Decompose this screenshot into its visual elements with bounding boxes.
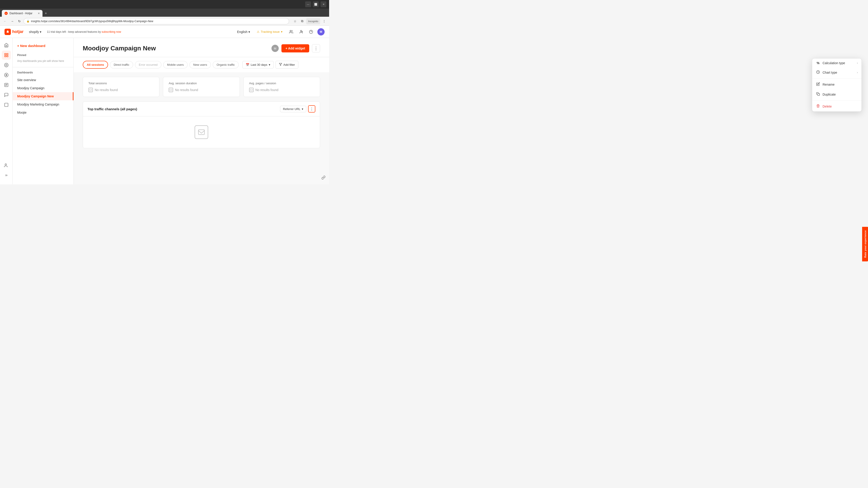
nav-more-button[interactable]: ⋮ — [321, 18, 327, 24]
svg-rect-17 — [250, 89, 252, 91]
total-sessions-label: Total sessions — [88, 82, 154, 85]
total-sessions-value: No results found — [88, 88, 154, 92]
traffic-more-button[interactable]: ⋮ — [308, 105, 315, 112]
add-user-button[interactable] — [298, 28, 305, 35]
active-tab[interactable]: h Dashboard - Hotjar ✕ — [2, 10, 42, 17]
help-button[interactable] — [307, 28, 315, 35]
link-icon[interactable] — [321, 175, 326, 181]
split-button[interactable]: ⧉ — [299, 18, 305, 24]
sidebar-collapse-button[interactable] — [2, 171, 11, 180]
add-filter-label: Add filter — [283, 63, 295, 66]
svg-marker-8 — [6, 74, 7, 76]
referrer-url-dropdown[interactable]: Referrer URL ▾ — [280, 106, 306, 112]
nav-action-buttons: ☆ ⧉ Incognito ⋮ — [292, 18, 327, 24]
sidebar-item-moojie[interactable]: Moojie — [13, 108, 73, 117]
date-filter-label: Last 30 days — [251, 63, 268, 66]
referrer-label: Referrer URL — [283, 107, 301, 111]
site-selector[interactable]: shopify ▾ — [27, 29, 43, 35]
avg-pages-label: Avg. pages / session — [249, 82, 314, 85]
navigation-bar: ← → ↻ 🔒 insights.hotjar.com/sites/381499… — [0, 17, 329, 26]
minimize-button[interactable]: — — [305, 1, 311, 7]
svg-marker-14 — [279, 63, 282, 66]
sidebar-panel: + New dashboard Pinned Any dashboards yo… — [13, 38, 74, 184]
forward-button[interactable]: → — [9, 18, 16, 24]
sidebar-item-moodjoy-campaign[interactable]: Moodjoy Campaign — [13, 84, 73, 92]
site-dropdown-icon: ▾ — [40, 30, 41, 34]
sidebar-feedback-button[interactable] — [2, 90, 11, 99]
trial-banner: 11 trial days left - keep advanced featu… — [47, 30, 231, 33]
lang-dropdown-icon: ▾ — [248, 30, 250, 34]
avg-pages-card: Avg. pages / session No results found — [243, 77, 320, 97]
avg-pages-value: No results found — [249, 88, 314, 92]
filter-tab-mobile-users[interactable]: Mobile users — [163, 61, 188, 68]
filter-tab-direct-traffic[interactable]: Direct traffic — [110, 61, 133, 68]
pinned-hint-text: Any dashboards you pin will show here — [13, 59, 73, 65]
add-widget-button[interactable]: + Add widget — [281, 44, 309, 53]
filter-tab-new-users[interactable]: New users — [189, 61, 211, 68]
svg-rect-3 — [6, 56, 8, 57]
new-tab-button[interactable]: + — [42, 10, 49, 17]
close-button[interactable]: ✕ — [320, 1, 327, 7]
new-dashboard-button[interactable]: + New dashboard — [13, 41, 73, 50]
traffic-title: Top traffic channels (all pages) — [88, 107, 137, 111]
sidebar-item-moodjoy-campaign-new[interactable]: Moodjoy Campaign New — [13, 92, 73, 100]
svg-rect-18 — [198, 130, 205, 134]
window-controls-bar: — ⬜ ✕ — [0, 0, 329, 8]
shared-user-avatar: M — [272, 45, 279, 52]
tab-favicon: h — [4, 12, 8, 15]
filter-tab-all-sessions[interactable]: All sessions — [83, 61, 108, 69]
sidebar-item-label: Moodjoy Marketing Campaign — [17, 103, 59, 106]
language-selector[interactable]: English ▾ — [235, 29, 252, 35]
bookmark-button[interactable]: ☆ — [292, 18, 298, 24]
calendar-icon: 📅 — [246, 63, 249, 66]
sidebar-recordings-button[interactable] — [2, 70, 11, 79]
subscribe-link[interactable]: subscribing now — [102, 30, 121, 33]
svg-rect-4 — [4, 56, 6, 57]
sidebar-integrations-button[interactable] — [2, 100, 11, 109]
dashboards-section-title: Dashboards — [13, 69, 73, 76]
sidebar-item-moodjoy-marketing[interactable]: Moodjoy Marketing Campaign — [13, 100, 73, 108]
total-sessions-no-results: No results found — [95, 88, 118, 92]
hotjar-logo[interactable]: hotjar — [4, 29, 24, 35]
traffic-section-header: Top traffic channels (all pages) Referre… — [83, 102, 320, 116]
no-results-icon-2 — [168, 88, 173, 92]
svg-rect-13 — [4, 103, 8, 107]
sidebar-home-button[interactable] — [2, 41, 11, 50]
avg-session-duration-card: Avg. session duration No results found — [163, 77, 240, 97]
sidebar-item-site-overview[interactable]: Site overview — [13, 76, 73, 84]
traffic-no-data-icon — [195, 125, 208, 139]
svg-point-5 — [4, 63, 8, 67]
dashboard-title: Moodjoy Campaign New — [83, 45, 156, 52]
sidebar-divider — [13, 67, 73, 67]
dashboard-more-button[interactable]: ⋮ — [312, 44, 320, 53]
avg-pages-no-results: No results found — [255, 88, 278, 92]
dashboard-header: Moodjoy Campaign New M + Add widget ⋮ — [74, 38, 329, 57]
new-users-icon-button[interactable] — [287, 28, 295, 35]
filter-tab-organic-traffic[interactable]: Organic traffic — [213, 61, 239, 68]
user-avatar[interactable]: M — [317, 28, 324, 35]
maximize-button[interactable]: ⬜ — [313, 1, 319, 7]
trial-text: 11 trial days left - keep advanced featu… — [47, 30, 101, 33]
sidebar-users-button[interactable] — [2, 161, 11, 170]
url-bar[interactable]: 🔒 insights.hotjar.com/sites/3814994/dash… — [24, 18, 289, 24]
svg-point-6 — [5, 64, 7, 66]
sidebar-item-label: Site overview — [17, 78, 36, 82]
content-area: Moodjoy Campaign New M + Add widget ⋮ Al… — [74, 38, 329, 184]
reload-button[interactable]: ↻ — [16, 18, 23, 24]
sidebar-surveys-button[interactable] — [2, 80, 11, 90]
sidebar-dashboard-button[interactable] — [2, 51, 11, 60]
svg-rect-15 — [90, 89, 92, 91]
date-dropdown-icon: ▾ — [269, 63, 270, 66]
sidebar-heatmaps-button[interactable] — [2, 61, 11, 70]
logo-icon — [4, 29, 11, 35]
lang-text: English — [237, 30, 248, 34]
tracking-issue-button[interactable]: ⚠ Tracking issue ▾ — [254, 29, 285, 34]
date-filter-button[interactable]: 📅 Last 30 days ▾ — [242, 61, 274, 68]
traffic-section: Top traffic channels (all pages) Referre… — [83, 101, 320, 148]
incognito-label[interactable]: Incognito — [306, 18, 320, 24]
tab-close-button[interactable]: ✕ — [38, 12, 40, 15]
add-filter-icon — [279, 63, 282, 67]
add-filter-button[interactable]: Add filter — [276, 61, 298, 69]
avg-session-value: No results found — [168, 88, 234, 92]
back-button[interactable]: ← — [2, 18, 8, 24]
